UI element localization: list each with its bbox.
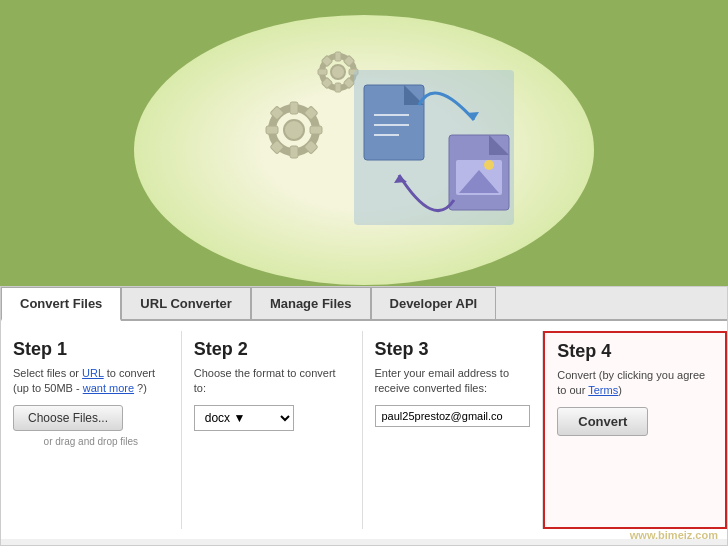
svg-rect-14 <box>318 69 327 75</box>
svg-rect-4 <box>266 126 278 134</box>
step-4-desc: Convert (by clicking you agree to our Te… <box>557 368 713 399</box>
step-4-desc-prefix: Convert (by clicking you agree to our <box>557 369 705 396</box>
step-1-desc-prefix: Select files or <box>13 367 82 379</box>
drag-drop-text: or drag and drop files <box>13 436 169 447</box>
format-select[interactable]: docx ▼ pdf jpg png mp3 mp4 <box>194 405 294 431</box>
step-4-desc-suffix: ) <box>618 384 622 396</box>
tab-bar: Convert Files URL Converter Manage Files… <box>1 287 727 321</box>
converter-panel: Convert Files URL Converter Manage Files… <box>0 286 728 546</box>
step-1-title: Step 1 <box>13 339 169 360</box>
svg-rect-3 <box>290 146 298 158</box>
illustration-area <box>0 0 728 300</box>
step-3-title: Step 3 <box>375 339 531 360</box>
step-1: Step 1 Select files or URL to convert (u… <box>1 331 182 529</box>
step-4: Step 4 Convert (by clicking you agree to… <box>543 331 727 529</box>
step-2-title: Step 2 <box>194 339 350 360</box>
tab-manage-files[interactable]: Manage Files <box>251 287 371 319</box>
url-link[interactable]: URL <box>82 367 104 379</box>
svg-point-1 <box>284 120 304 140</box>
step-3: Step 3 Enter your email address to recei… <box>363 331 544 529</box>
step-3-desc: Enter your email address to receive conv… <box>375 366 531 397</box>
svg-rect-2 <box>290 102 298 114</box>
watermark: www.bimeiz.com <box>630 529 718 541</box>
convert-button[interactable]: Convert <box>557 407 648 436</box>
step-1-desc-end: ?) <box>134 382 147 394</box>
tab-developer-api[interactable]: Developer API <box>371 287 497 319</box>
oval-background <box>134 15 594 285</box>
tab-url-converter[interactable]: URL Converter <box>121 287 251 319</box>
svg-point-30 <box>484 160 494 170</box>
step-2: Step 2 Choose the format to convert to: … <box>182 331 363 529</box>
choose-files-button[interactable]: Choose Files... <box>13 405 123 431</box>
svg-rect-5 <box>310 126 322 134</box>
step-1-desc: Select files or URL to convert (up to 50… <box>13 366 169 397</box>
file-conversion-illustration <box>334 55 534 244</box>
email-input[interactable] <box>375 405 531 427</box>
step-2-desc: Choose the format to convert to: <box>194 366 350 397</box>
steps-container: Step 1 Select files or URL to convert (u… <box>1 321 727 539</box>
tab-convert-files[interactable]: Convert Files <box>1 287 121 321</box>
want-more-link[interactable]: want more <box>83 382 134 394</box>
terms-link[interactable]: Terms <box>588 384 618 396</box>
step-4-title: Step 4 <box>557 341 713 362</box>
